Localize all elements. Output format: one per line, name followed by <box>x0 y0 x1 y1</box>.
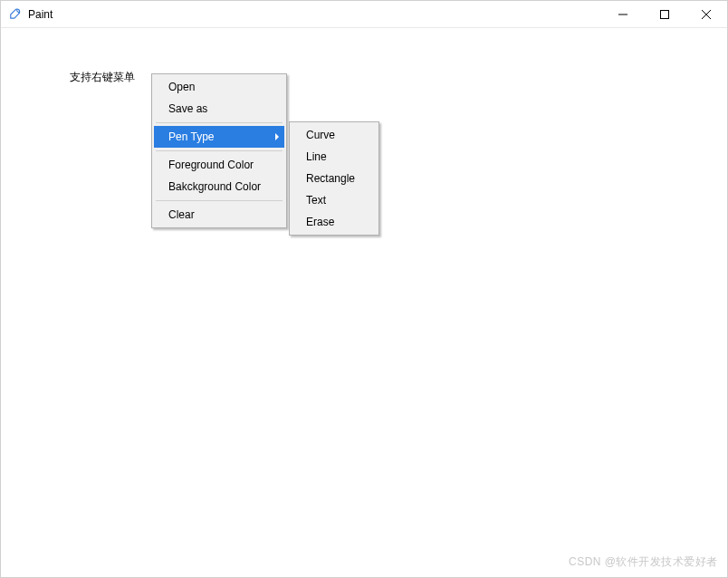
submenu-item-erase[interactable]: Erase <box>292 211 377 233</box>
canvas-area[interactable]: 支持右键菜单 <box>5 34 723 573</box>
menu-separator <box>156 200 283 201</box>
svg-rect-2 <box>661 11 669 19</box>
menu-item-clear[interactable]: Clear <box>154 204 284 226</box>
titlebar: Paint <box>1 1 727 28</box>
minimize-button[interactable] <box>602 1 644 28</box>
menu-item-pen-type[interactable]: Pen Type <box>154 126 284 148</box>
app-icon <box>8 7 23 22</box>
canvas-text: 支持右键菜单 <box>70 70 135 85</box>
menu-item-label: Pen Type <box>168 130 214 143</box>
watermark: CSDN @软件开发技术爱好者 <box>569 554 718 570</box>
menu-item-open[interactable]: Open <box>154 76 284 98</box>
maximize-button[interactable] <box>644 1 685 28</box>
window-controls <box>602 1 727 27</box>
close-button[interactable] <box>685 1 727 28</box>
menu-separator <box>156 150 283 151</box>
menu-item-save-as[interactable]: Save as <box>154 98 284 120</box>
submenu-item-line[interactable]: Line <box>292 146 377 168</box>
menu-item-foreground-color[interactable]: Foreground Color <box>154 154 284 176</box>
submenu-arrow-icon <box>275 133 279 140</box>
pen-type-submenu: Curve Line Rectangle Text Erase <box>289 121 379 236</box>
window-title: Paint <box>28 8 602 21</box>
menu-separator <box>156 122 283 123</box>
submenu-item-curve[interactable]: Curve <box>292 124 377 146</box>
menu-item-background-color[interactable]: Bakckground Color <box>154 176 284 197</box>
submenu-item-rectangle[interactable]: Rectangle <box>292 168 377 189</box>
context-menu: Open Save as Pen Type Foreground Color B… <box>151 73 287 228</box>
submenu-item-text[interactable]: Text <box>292 189 377 211</box>
